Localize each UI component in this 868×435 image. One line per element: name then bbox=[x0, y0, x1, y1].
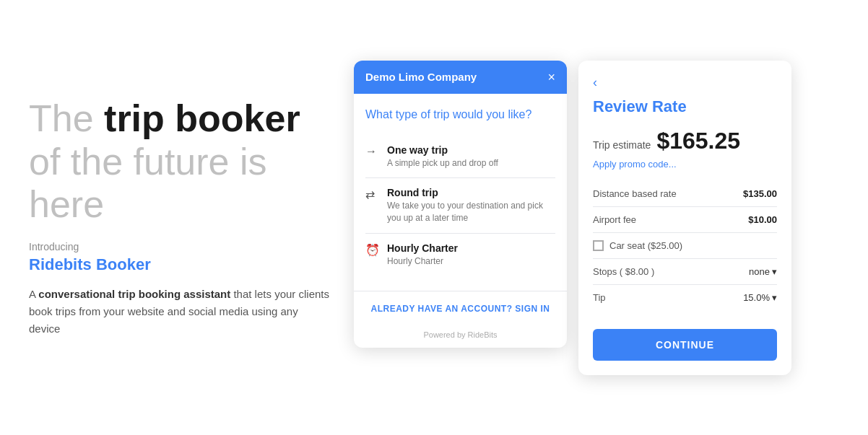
one-way-text: One way trip A simple pick up and drop o… bbox=[387, 144, 498, 170]
hero-title-bold: trip booker bbox=[104, 97, 300, 139]
car-seat-label: Car seat ($25.00) bbox=[609, 240, 682, 251]
stops-chevron-icon: ▾ bbox=[772, 266, 777, 277]
modal-header: Demo Limo Company × bbox=[354, 61, 567, 94]
airport-fee-label: Airport fee bbox=[593, 214, 636, 225]
round-trip-description: We take you to your destination and pick… bbox=[387, 200, 555, 224]
round-trip-option[interactable]: ⇄ Round trip We take you to your destina… bbox=[365, 178, 555, 234]
round-trip-text: Round trip We take you to your destinati… bbox=[387, 187, 555, 224]
stops-value: none bbox=[749, 266, 770, 277]
panels-section: Demo Limo Company × What type of trip wo… bbox=[354, 61, 791, 375]
back-arrow-button[interactable]: ‹ bbox=[593, 75, 597, 90]
tip-chevron-icon: ▾ bbox=[772, 292, 777, 303]
airport-fee-row: Airport fee $10.00 bbox=[593, 207, 777, 233]
modal-footer: ALREADY HAVE AN ACCOUNT? SIGN IN bbox=[354, 291, 567, 325]
ridebits-brand: Ridebits Booker bbox=[29, 255, 332, 274]
trip-type-question: What type of trip would you like? bbox=[365, 108, 555, 121]
hourly-charter-option[interactable]: ⏰ Hourly Charter Hourly Charter bbox=[365, 234, 555, 276]
round-trip-title: Round trip bbox=[387, 187, 555, 198]
tip-label: Tip bbox=[593, 292, 606, 303]
hourly-charter-icon: ⏰ bbox=[365, 243, 380, 257]
hero-title-line3: here bbox=[29, 183, 104, 225]
trip-estimate-label: Trip estimate bbox=[593, 139, 651, 151]
desc-bold: conversational trip booking assistant bbox=[38, 288, 230, 300]
hero-title-normal: The bbox=[29, 97, 94, 139]
promo-code-link[interactable]: Apply promo code... bbox=[593, 159, 777, 170]
round-trip-icon: ⇄ bbox=[365, 188, 380, 201]
review-rate-title: Review Rate bbox=[593, 97, 777, 116]
car-seat-checkbox[interactable] bbox=[593, 240, 604, 251]
one-way-trip-option[interactable]: → One way trip A simple pick up and drop… bbox=[365, 136, 555, 179]
hourly-charter-text: Hourly Charter Hourly Charter bbox=[387, 242, 458, 268]
distance-rate-row: Distance based rate $135.00 bbox=[593, 181, 777, 207]
stops-row: Stops ( $8.00 ) none ▾ bbox=[593, 259, 777, 285]
stops-label: Stops ( $8.00 ) bbox=[593, 266, 654, 277]
stops-select[interactable]: none ▾ bbox=[749, 266, 777, 277]
hourly-charter-title: Hourly Charter bbox=[387, 242, 458, 254]
booking-modal: Demo Limo Company × What type of trip wo… bbox=[354, 61, 567, 348]
review-rate-card: ‹ Review Rate Trip estimate $165.25 Appl… bbox=[578, 61, 791, 375]
hero-title-line2: of the future is bbox=[29, 141, 267, 183]
car-seat-row[interactable]: Car seat ($25.00) bbox=[593, 233, 777, 259]
one-way-icon: → bbox=[365, 145, 380, 158]
desc-start: A bbox=[29, 288, 35, 300]
description: A conversational trip booking assistant … bbox=[29, 286, 332, 338]
distance-rate-label: Distance based rate bbox=[593, 188, 677, 199]
modal-title: Demo Limo Company bbox=[365, 71, 477, 83]
trip-estimate-row: Trip estimate $165.25 bbox=[593, 128, 777, 154]
trip-estimate-amount: $165.25 bbox=[656, 128, 740, 154]
page-wrapper: The trip booker of the future is here In… bbox=[29, 61, 839, 375]
one-way-title: One way trip bbox=[387, 144, 498, 156]
tip-row: Tip 15.0% ▾ bbox=[593, 285, 777, 310]
hero-title: The trip booker of the future is here bbox=[29, 97, 332, 227]
airport-fee-value: $10.00 bbox=[748, 214, 777, 225]
modal-close-button[interactable]: × bbox=[547, 71, 555, 84]
introducing-label: Introducing bbox=[29, 241, 332, 252]
one-way-description: A simple pick up and drop off bbox=[387, 157, 498, 170]
distance-rate-value: $135.00 bbox=[743, 188, 777, 199]
tip-select[interactable]: 15.0% ▾ bbox=[743, 292, 777, 303]
left-section: The trip booker of the future is here In… bbox=[29, 97, 332, 338]
hourly-charter-description: Hourly Charter bbox=[387, 255, 458, 268]
modal-body: What type of trip would you like? → One … bbox=[354, 94, 567, 291]
sign-in-link[interactable]: ALREADY HAVE AN ACCOUNT? SIGN IN bbox=[370, 304, 550, 314]
tip-value: 15.0% bbox=[743, 292, 770, 303]
continue-button[interactable]: CONTINUE bbox=[593, 329, 777, 361]
powered-by: Powered by RideBits bbox=[354, 325, 567, 348]
